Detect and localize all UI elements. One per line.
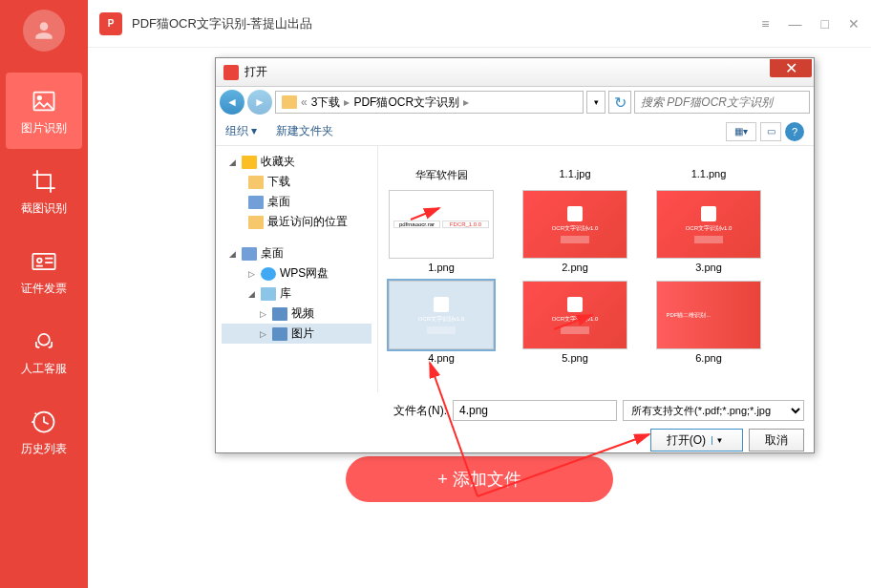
dialog-body: ◢收藏夹 下载 桌面 最近访问的位置 ◢桌面 ▷WPS网盘 ◢库 ▷视频 ▷图片… <box>216 146 814 392</box>
avatar[interactable] <box>23 10 65 52</box>
svg-point-3 <box>37 258 42 262</box>
close-button[interactable]: ✕ <box>848 16 860 32</box>
file-item[interactable]: 1.1.png <box>651 150 766 182</box>
maximize-button[interactable]: □ <box>821 16 829 32</box>
header: P PDF猫OCR文字识别-菩提山出品 ≡ — □ ✕ <box>88 0 871 48</box>
dialog-toolbar: 组织 ▾ 新建文件夹 ▦▾ ▭ ? <box>216 117 814 146</box>
breadcrumb-seg[interactable]: 3下载 <box>311 94 341 111</box>
svg-point-4 <box>38 333 50 345</box>
nav-forward-button[interactable]: ► <box>247 90 272 115</box>
file-open-dialog: 打开 ✕ ◄ ► « 3下载 ▸ PDF猫OCR文字识别 ▸ ▾ ↻ 组织 ▾ … <box>215 57 815 453</box>
sidebar-item-image-ocr[interactable]: 图片识别 <box>6 73 82 149</box>
tree-recent[interactable]: 最近访问的位置 <box>222 212 372 232</box>
window-controls: ≡ — □ ✕ <box>761 16 860 32</box>
file-item[interactable]: 华军软件园 <box>384 150 499 182</box>
file-grid: 华军软件园 1.1.jpg 1.1.png pdfmaoocr.rarFDCR_… <box>378 146 814 392</box>
dialog-nav: ◄ ► « 3下载 ▸ PDF猫OCR文字识别 ▸ ▾ ↻ <box>216 87 814 117</box>
cancel-button[interactable]: 取消 <box>749 429 804 452</box>
breadcrumb-dropdown[interactable]: ▾ <box>586 91 605 114</box>
folder-icon <box>282 95 297 109</box>
refresh-button[interactable]: ↻ <box>608 91 631 114</box>
dialog-footer: 文件名(N): 所有支持文件(*.pdf;*.png;*.jpg 打开(O)▼ … <box>216 392 814 459</box>
tree-pictures[interactable]: ▷图片 <box>222 324 372 344</box>
id-card-icon <box>29 246 59 277</box>
sidebar-item-label: 历史列表 <box>21 441 67 457</box>
image-icon <box>29 86 59 116</box>
nav-back-button[interactable]: ◄ <box>220 90 244 115</box>
view-mode-button[interactable]: ▦▾ <box>726 122 756 141</box>
add-file-button[interactable]: + 添加文件 <box>346 456 613 502</box>
dialog-titlebar[interactable]: 打开 ✕ <box>216 58 814 87</box>
search-input[interactable] <box>634 91 810 114</box>
sidebar-item-screenshot-ocr[interactable]: 截图识别 <box>6 153 82 229</box>
sidebar: 图片识别 截图识别 证件发票 人工客服 历史列表 <box>0 0 88 588</box>
tree-video[interactable]: ▷视频 <box>222 304 372 324</box>
tree-library[interactable]: ◢库 <box>222 284 372 304</box>
tree-wps[interactable]: ▷WPS网盘 <box>222 263 372 284</box>
minimize-button[interactable]: — <box>789 16 802 32</box>
tree-downloads[interactable]: 下载 <box>222 172 372 192</box>
menu-icon[interactable]: ≡ <box>761 16 769 32</box>
dialog-title: 打开 <box>244 64 770 80</box>
help-button[interactable]: ? <box>785 122 804 141</box>
organize-menu[interactable]: 组织 ▾ <box>225 123 257 139</box>
breadcrumb-seg[interactable]: PDF猫OCR文字识别 <box>353 94 459 111</box>
dialog-icon <box>223 65 239 80</box>
sidebar-item-id-invoice[interactable]: 证件发票 <box>6 233 82 309</box>
file-item[interactable]: OCR文字识别v1.0 2.png <box>518 190 632 273</box>
sidebar-item-history[interactable]: 历史列表 <box>6 393 82 470</box>
file-item[interactable]: pdfmaoocr.rarFDCR_1.0.0 1.png <box>384 190 499 273</box>
svg-point-1 <box>38 95 42 99</box>
crop-icon <box>29 166 59 197</box>
tree-desktop[interactable]: 桌面 <box>222 192 372 212</box>
headset-icon <box>29 326 59 357</box>
file-item-selected[interactable]: OCR文字识别v1.0 4.png <box>384 281 499 364</box>
sidebar-item-label: 人工客服 <box>21 361 67 377</box>
sidebar-item-label: 证件发票 <box>21 281 67 297</box>
app-title: PDF猫OCR文字识别-菩提山出品 <box>132 15 761 32</box>
dialog-close-button[interactable]: ✕ <box>770 59 812 77</box>
filetype-select[interactable]: 所有支持文件(*.pdf;*.png;*.jpg <box>623 400 804 421</box>
folder-tree: ◢收藏夹 下载 桌面 最近访问的位置 ◢桌面 ▷WPS网盘 ◢库 ▷视频 ▷图片 <box>216 146 378 392</box>
filename-label: 文件名(N): <box>393 403 447 419</box>
sidebar-item-label: 截图识别 <box>21 200 67 217</box>
tree-favorites[interactable]: ◢收藏夹 <box>222 152 372 172</box>
history-icon <box>29 407 59 437</box>
file-item[interactable]: OCR文字识别v1.0 3.png <box>651 190 766 273</box>
file-item[interactable]: 1.1.jpg <box>518 150 632 182</box>
new-folder-button[interactable]: 新建文件夹 <box>276 123 333 139</box>
open-button-dropdown[interactable]: ▼ <box>712 436 727 445</box>
open-button[interactable]: 打开(O)▼ <box>650 429 743 452</box>
breadcrumb[interactable]: « 3下载 ▸ PDF猫OCR文字识别 ▸ <box>275 91 584 114</box>
svg-rect-2 <box>32 253 54 268</box>
sidebar-item-support[interactable]: 人工客服 <box>6 313 82 389</box>
filename-input[interactable] <box>453 400 617 421</box>
file-item[interactable]: PDF猫二维识别... 6.png <box>651 281 766 364</box>
sidebar-item-label: 图片识别 <box>21 120 67 136</box>
preview-toggle-button[interactable]: ▭ <box>760 122 781 141</box>
file-item[interactable]: OCR文字识别v1.0 5.png <box>518 281 632 364</box>
tree-desktop-root[interactable]: ◢桌面 <box>222 243 372 263</box>
app-logo-icon: P <box>99 12 122 35</box>
